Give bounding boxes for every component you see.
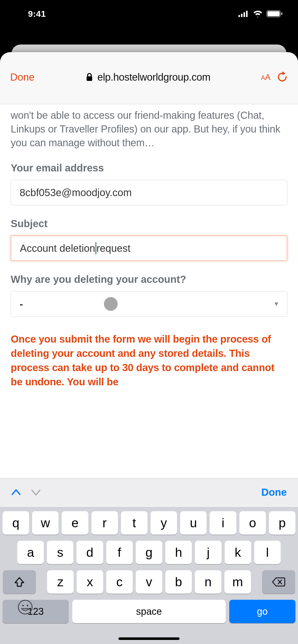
keyboard-accessory-bar: Done	[0, 478, 298, 506]
subject-value-part1: Account deletion	[20, 243, 95, 254]
home-indicator[interactable]	[118, 637, 180, 640]
email-field[interactable]: 8cbf053e@moodjoy.com	[11, 180, 287, 205]
key-u[interactable]: u	[180, 511, 207, 535]
key-e[interactable]: e	[62, 511, 88, 535]
svg-point-10	[27, 605, 29, 607]
key-s[interactable]: s	[47, 541, 73, 564]
key-y[interactable]: y	[151, 511, 177, 535]
wifi-icon	[253, 10, 263, 17]
status-time: 9:41	[28, 9, 46, 19]
browser-toolbar: Done elp.hostelworldgroup.com AA	[0, 52, 298, 104]
key-r[interactable]: r	[91, 511, 118, 535]
key-o[interactable]: o	[239, 511, 266, 535]
key-j[interactable]: j	[195, 541, 221, 564]
svg-rect-3	[246, 11, 248, 17]
intro-paragraph: won't be able to access our friend-makin…	[11, 108, 287, 150]
backspace-key[interactable]	[262, 570, 295, 594]
key-n[interactable]: n	[195, 570, 221, 594]
svg-rect-1	[241, 14, 242, 17]
browser-done-button[interactable]: Done	[10, 71, 35, 83]
go-key[interactable]: go	[229, 600, 295, 623]
warning-paragraph: Once you submit the form we will begin t…	[11, 332, 287, 389]
keyboard-row-1: q w e r t y u i o p	[3, 511, 295, 535]
status-bar: 9:41	[0, 0, 298, 25]
key-x[interactable]: x	[77, 570, 103, 594]
key-d[interactable]: d	[76, 541, 103, 564]
key-h[interactable]: h	[165, 541, 192, 564]
keyboard-row-4: 123 space go	[3, 600, 295, 623]
key-q[interactable]: q	[3, 511, 29, 535]
keyboard-row-2: a s d f g h j k l	[3, 541, 295, 564]
address-bar[interactable]: elp.hostelworldgroup.com	[45, 71, 252, 83]
subject-label: Subject	[11, 218, 287, 229]
keyboard-done-button[interactable]: Done	[261, 487, 287, 498]
key-b[interactable]: b	[165, 570, 192, 594]
email-value: 8cbf053e@moodjoy.com	[20, 187, 132, 198]
reason-value: -	[20, 298, 23, 310]
key-c[interactable]: c	[106, 570, 133, 594]
svg-point-8	[18, 600, 32, 614]
svg-rect-0	[238, 15, 240, 17]
backspace-icon	[272, 577, 285, 587]
key-z[interactable]: z	[47, 570, 74, 594]
key-f[interactable]: f	[106, 541, 133, 564]
svg-rect-2	[243, 12, 245, 17]
subject-value-part2: request	[97, 243, 130, 254]
svg-point-9	[22, 605, 24, 607]
shift-icon	[13, 576, 25, 588]
numeric-key[interactable]: 123	[3, 600, 69, 623]
key-w[interactable]: w	[32, 511, 59, 535]
status-indicators	[238, 10, 283, 17]
chevron-down-icon: ▼	[273, 300, 279, 308]
key-g[interactable]: g	[136, 541, 162, 564]
battery-icon	[266, 10, 283, 17]
url-text: elp.hostelworldgroup.com	[97, 71, 210, 83]
emoji-icon	[17, 599, 33, 615]
text-size-button[interactable]: AA	[261, 72, 270, 82]
keyboard: q w e r t y u i o p a s d f g h j k l z …	[0, 507, 298, 644]
key-p[interactable]: p	[269, 511, 295, 535]
key-a[interactable]: a	[17, 541, 44, 564]
subject-field[interactable]: Account deletion request	[11, 236, 287, 261]
loading-dot-icon	[104, 297, 118, 311]
email-label: Your email address	[11, 162, 287, 174]
key-t[interactable]: t	[121, 511, 147, 535]
emoji-button[interactable]	[17, 599, 33, 616]
shift-key[interactable]	[3, 570, 36, 594]
key-k[interactable]: k	[225, 541, 251, 564]
reason-select[interactable]: - ▼	[11, 291, 287, 317]
svg-rect-6	[281, 12, 282, 15]
svg-rect-5	[267, 11, 280, 16]
key-v[interactable]: v	[136, 570, 162, 594]
keyboard-row-3: z x c v b n m	[3, 570, 295, 594]
key-l[interactable]: l	[254, 541, 281, 564]
key-m[interactable]: m	[224, 570, 251, 594]
refresh-icon[interactable]	[277, 71, 288, 83]
cellular-icon	[238, 10, 249, 17]
lock-icon	[86, 73, 93, 81]
form-prev-button[interactable]	[11, 487, 21, 498]
form-next-button[interactable]	[31, 487, 41, 498]
svg-rect-7	[87, 76, 92, 81]
reason-label: Why are you deleting your account?	[11, 274, 287, 285]
text-cursor	[96, 242, 96, 254]
space-key[interactable]: space	[72, 600, 226, 623]
key-i[interactable]: i	[210, 511, 236, 535]
